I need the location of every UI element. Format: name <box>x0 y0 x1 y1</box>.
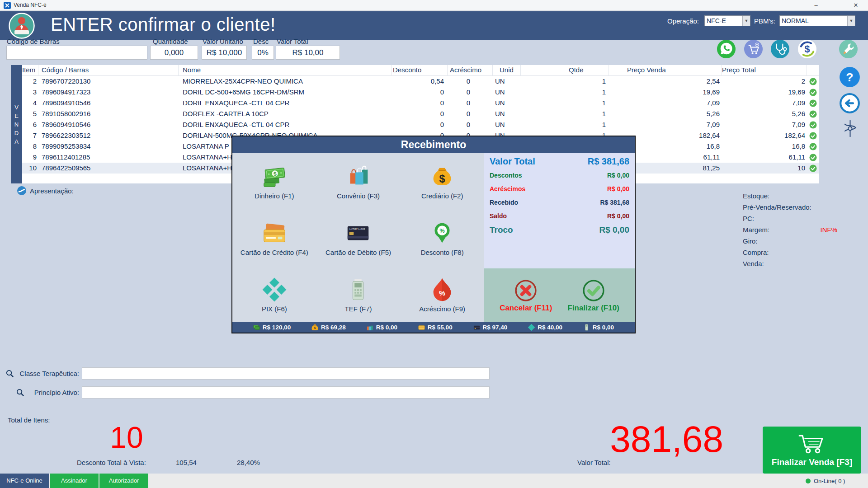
summary-convenio: R$ 0,00 <box>367 324 397 331</box>
desconto-vista-value: 105,54 <box>176 459 197 466</box>
cancelar-button[interactable]: Cancelar (F11) <box>500 278 552 313</box>
margem-label: Margem: <box>743 226 865 237</box>
quantidade-label: Quantidade <box>153 38 188 45</box>
footer-valor-total-value: 381,68 <box>606 418 723 460</box>
payment-cartao-debito-button[interactable]: Credit Card Cartão de Débito (F5) <box>316 209 401 266</box>
summary-crediario: $R$ 69,28 <box>311 324 346 331</box>
total-itens-label: Total de Itens: <box>8 416 50 424</box>
valor-total-input[interactable] <box>276 46 340 60</box>
currency-sync-icon[interactable]: $ <box>797 39 817 59</box>
header-message: ENTER confirmar o cliente! <box>51 14 276 35</box>
cart-icon <box>796 433 828 455</box>
pharmacy-emblem-icon[interactable] <box>840 118 860 139</box>
apresentacao-icon <box>17 186 27 196</box>
pbm-label: PBM's: <box>754 17 775 25</box>
principio-ativo-input[interactable] <box>82 386 490 399</box>
operacao-label: Operação: <box>667 17 699 25</box>
recebimento-dialog: Recebimento $ Dinheiro (F1) Convênio (F3… <box>231 136 636 333</box>
descontos-row: DescontosR$ 0,00 <box>490 172 629 179</box>
table-row[interactable]: 37896094917323DORIL DC-500+65MG 16CPR-DM… <box>22 87 819 98</box>
check-icon <box>809 89 817 96</box>
finalizar-button[interactable]: Finalizar (F10) <box>568 278 619 313</box>
pos-terminal-icon <box>344 276 372 304</box>
table-row[interactable]: 67896094910546DORIL ENXAQUECA -CTL 04 CP… <box>22 119 819 130</box>
operacao-value: NFC-E <box>705 17 742 24</box>
payment-tef-button[interactable]: TEF (F7) <box>316 266 401 322</box>
pc-label: PC: <box>743 215 865 226</box>
title-bar: Venda NFC-e – ✕ <box>0 0 868 11</box>
back-arrow-icon[interactable] <box>839 93 860 114</box>
barcode-input[interactable] <box>6 46 147 60</box>
pbm-select[interactable]: NORMAL ▼ <box>779 15 855 26</box>
troco-row: TrocoR$ 0,00 <box>490 225 629 235</box>
payment-convenio-button[interactable]: Convênio (F3) <box>316 153 401 209</box>
confirm-check-icon <box>581 278 606 303</box>
svg-text:Credit Card: Credit Card <box>349 227 365 230</box>
check-icon <box>809 143 817 150</box>
desconto-vista-pct: 28,40% <box>237 459 260 466</box>
app-header: ENTER confirmar o cliente! Operação: NFC… <box>0 11 868 40</box>
payment-cartao-credito-button[interactable]: Cartão de Crédito (F4) <box>232 209 316 266</box>
recebido-row: RecebidoR$ 381,68 <box>490 199 629 206</box>
table-row[interactable]: 27896707220130MIORRELAX-25X4CPR-NEO QUIM… <box>22 76 819 87</box>
payment-crediario-button[interactable]: $ Crediário (F2) <box>400 153 484 209</box>
payment-acrescimo-button[interactable]: % Acréscimo (F9) <box>400 266 484 322</box>
tools-icon[interactable] <box>839 39 858 59</box>
finalizar-venda-button[interactable]: Finalizar Venda [F3] <box>763 427 861 474</box>
finalizar-venda-label: Finalizar Venda [F3] <box>772 457 852 467</box>
cash-icon: $ <box>260 163 288 191</box>
classe-terapeutica-input[interactable] <box>82 367 490 380</box>
product-info-panel: Estoque: Pré-Venda/Reservado: PC: Margem… <box>743 192 865 271</box>
pre-venda-label: Pré-Venda/Reservado: <box>743 203 865 215</box>
valor-unitario-input[interactable] <box>202 46 247 60</box>
check-icon <box>809 110 817 118</box>
payment-pix-button[interactable]: PIX (F6) <box>232 266 316 322</box>
close-button[interactable]: ✕ <box>848 0 863 10</box>
pix-icon <box>260 276 288 304</box>
app-logo-icon <box>4 2 11 9</box>
status-bar: NFC-e Online Assinador Autorizador <box>0 474 868 488</box>
cart-plus-icon[interactable] <box>744 39 763 59</box>
svg-text:$: $ <box>805 44 810 55</box>
cash-icon <box>253 324 260 331</box>
status-autorizador-badge: Autorizador <box>99 474 148 488</box>
help-icon[interactable]: ? <box>839 66 860 88</box>
payment-dinheiro-button[interactable]: $ Dinheiro (F1) <box>232 153 316 209</box>
credit-card-icon <box>260 219 288 247</box>
window-title: Venda NFC-e <box>14 2 47 8</box>
dialog-actions-panel: Cancelar (F11) Finalizar (F10) <box>484 268 635 322</box>
saldo-row: SaldoR$ 0,00 <box>490 212 629 220</box>
dialog-payments-summary-bar: R$ 120,00 $R$ 69,28 R$ 0,00 R$ 55,00 R$ … <box>232 322 635 333</box>
table-row[interactable]: 57891058002916DORFLEX -CARTELA 10CP00UN1… <box>22 108 819 119</box>
summary-cartao-debito: R$ 97,40 <box>473 324 508 331</box>
valor-total-label: Valor Total <box>277 38 308 45</box>
customer-icon <box>8 12 35 39</box>
operacao-select[interactable]: NFC-E ▼ <box>704 15 750 26</box>
dialog-title: Recebimento <box>232 136 635 153</box>
quantidade-input[interactable] <box>150 46 198 60</box>
table-row[interactable]: 47896094910546DORIL ENXAQUECA -CTL 04 CP… <box>22 98 819 108</box>
svg-text:%: % <box>439 289 445 296</box>
venda-vertical-bar: V E N D A <box>11 65 22 183</box>
payment-methods-grid: $ Dinheiro (F1) Convênio (F3) $ Crediári… <box>232 153 484 322</box>
desc-input[interactable] <box>252 46 274 60</box>
check-icon <box>809 132 817 140</box>
estoque-label: Estoque: <box>743 192 865 203</box>
venda-nfce-window: Venda NFC-e – ✕ ENTER confirmar o client… <box>0 0 868 488</box>
minimize-button[interactable]: – <box>808 0 824 10</box>
check-icon <box>809 164 817 172</box>
payment-desconto-button[interactable]: % Desconto (F8) <box>400 209 484 266</box>
whatsapp-icon[interactable] <box>717 39 736 59</box>
stethoscope-icon[interactable] <box>770 39 790 59</box>
check-icon <box>809 99 817 107</box>
dialog-totals-panel: Valor TotalR$ 381,68 DescontosR$ 0,00 Ac… <box>484 153 635 268</box>
svg-text:$: $ <box>439 173 445 184</box>
total-itens-value: 10 <box>104 420 149 455</box>
surcharge-drop-icon: % <box>428 276 456 304</box>
online-status-text: On-Line( 0 ) <box>814 478 845 484</box>
venda-label: Venda: <box>743 260 865 271</box>
classe-terapeutica-label: Classe Terapêutica: <box>0 370 79 377</box>
compra-label: Compra: <box>743 249 865 260</box>
summary-tef: R$ 0,00 <box>583 324 614 331</box>
pix-icon <box>528 324 535 331</box>
